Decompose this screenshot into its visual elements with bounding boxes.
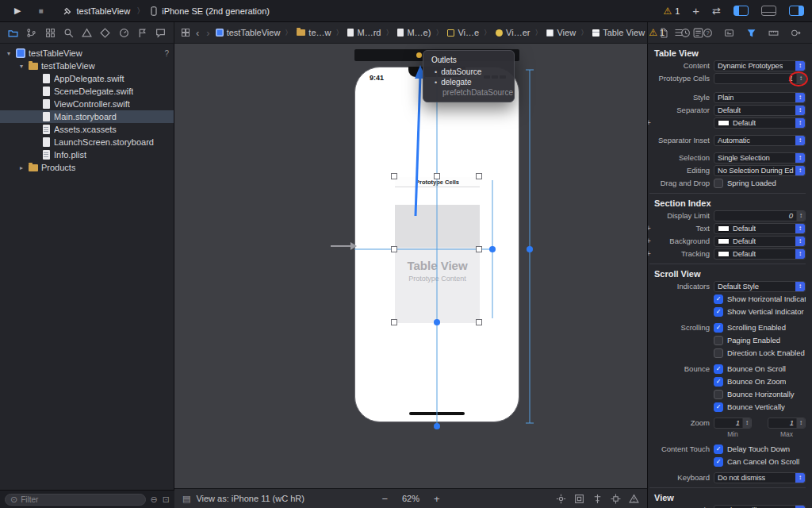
breadcrumb-group[interactable]: te…w	[297, 28, 331, 37]
add-constraints-icon[interactable]	[611, 494, 621, 504]
tree-row-file[interactable]: ViewController.swift	[0, 98, 174, 110]
quick-help-inspector-icon[interactable]: ?	[703, 28, 713, 38]
filter-input[interactable]: ⊙ Filter	[5, 494, 146, 506]
tree-row-file[interactable]: AppDelegate.swift	[0, 72, 174, 85]
show-vertical-indicator-checkbox[interactable]	[714, 307, 723, 317]
storyboard-canvas[interactable]: 9:41 Prototype Cells Table View Prototyp…	[174, 44, 647, 488]
update-frames-icon[interactable]	[556, 494, 566, 504]
display-limit-stepper[interactable]: 0	[714, 210, 806, 221]
breadcrumb-view-controller[interactable]: Vi…er	[496, 28, 530, 37]
outlet-item-prefetchdatasource[interactable]: prefetchDataSource	[423, 87, 514, 98]
content-dropdown[interactable]: Dynamic Prototypes	[714, 60, 806, 71]
prototype-cells-stepper[interactable]: 1	[714, 73, 806, 84]
outlet-item-datasource[interactable]: • dataSource	[423, 67, 514, 77]
issue-navigator-icon[interactable]	[82, 28, 92, 38]
attributes-inspector-icon[interactable]	[746, 28, 756, 38]
paging-enabled-checkbox[interactable]	[714, 336, 723, 345]
file-inspector-icon[interactable]	[659, 28, 668, 38]
editor-options-icon[interactable]: ⇄	[712, 5, 721, 17]
tree-row-products[interactable]: ▸ Products	[0, 161, 174, 174]
keyboard-dropdown[interactable]: Do not dismiss	[714, 472, 806, 483]
recent-files-filter-icon[interactable]: ⊖	[151, 495, 158, 504]
disclosure-chevron-icon[interactable]: ▾	[17, 63, 25, 70]
breakpoint-navigator-icon[interactable]	[137, 28, 147, 38]
stop-button[interactable]: ■	[38, 6, 43, 15]
bounce-horizontally-checkbox[interactable]	[714, 390, 723, 399]
test-navigator-icon[interactable]	[100, 28, 110, 38]
disclosure-chevron-icon[interactable]: ▾	[5, 50, 13, 57]
zoom-in-button[interactable]: +	[434, 493, 440, 505]
find-navigator-icon[interactable]	[63, 28, 74, 38]
breadcrumb-table-view[interactable]: Table View	[592, 28, 645, 37]
zoom-max-field[interactable]: 1	[768, 418, 806, 429]
separator-dropdown[interactable]: Default	[714, 105, 806, 116]
warning-counter[interactable]: ⚠ 1	[663, 6, 680, 16]
content-mode-dropdown[interactable]: Scale To Fill	[714, 505, 806, 508]
align-icon[interactable]	[592, 494, 603, 504]
zoom-level[interactable]: 62%	[402, 494, 419, 503]
background-color-well[interactable]: Default	[714, 236, 806, 247]
breadcrumb-scene[interactable]: Vi…e	[447, 28, 479, 37]
can-cancel-on-scroll-checkbox[interactable]	[714, 457, 723, 467]
spring-loaded-checkbox[interactable]	[714, 179, 723, 188]
outlet-item-delegate[interactable]: • delegate	[423, 77, 514, 87]
tree-row-file[interactable]: Info.plist	[0, 148, 174, 161]
forward-button[interactable]: ›	[205, 27, 211, 39]
source-control-filter-icon[interactable]: ⊡	[163, 495, 170, 504]
resolve-layout-issues-icon[interactable]	[629, 494, 639, 504]
bounce-on-zoom-checkbox[interactable]	[714, 377, 723, 387]
text-color-well[interactable]: Default	[714, 223, 806, 234]
breadcrumb-storyboard[interactable]: M…rd	[347, 28, 381, 37]
toggle-navigator-button[interactable]	[733, 6, 749, 16]
disclosure-chevron-icon[interactable]: ▸	[17, 164, 25, 171]
related-items-icon[interactable]	[181, 28, 190, 37]
connections-inspector-icon[interactable]	[791, 28, 801, 38]
tree-row-group[interactable]: ▾ testTableView	[0, 60, 174, 72]
direction-lock-checkbox[interactable]	[714, 348, 723, 358]
library-add-button[interactable]: +	[692, 4, 699, 17]
toggle-inspector-button[interactable]	[789, 6, 804, 16]
show-horizontal-indicator-checkbox[interactable]	[714, 294, 723, 304]
style-dropdown[interactable]: Plain	[714, 92, 806, 103]
separator-color-well[interactable]: Default	[714, 117, 806, 129]
zoom-out-button[interactable]: −	[381, 493, 388, 505]
history-inspector-icon[interactable]	[680, 28, 691, 38]
delay-touch-down-checkbox[interactable]	[714, 444, 723, 454]
view-as-control[interactable]: ▤ View as: iPhone 11 (wC hR)	[182, 494, 304, 504]
device-view-controller[interactable]: 9:41 Prototype Cells Table View Prototyp…	[354, 67, 519, 422]
tree-row-file[interactable]: LaunchScreen.storyboard	[0, 136, 174, 148]
identity-inspector-icon[interactable]	[724, 28, 734, 38]
separator-inset-dropdown[interactable]: Automatic	[714, 135, 806, 146]
zoom-min-field[interactable]: 1	[714, 418, 752, 429]
embed-in-icon[interactable]	[574, 494, 584, 504]
add-variation-button[interactable]: +	[647, 237, 653, 245]
back-button[interactable]: ‹	[194, 27, 201, 39]
add-variation-button[interactable]: +	[647, 118, 653, 127]
indicators-dropdown[interactable]: Default Style	[714, 281, 806, 292]
scrolling-enabled-checkbox[interactable]	[714, 323, 723, 333]
tree-row-file-selected[interactable]: Main.storyboard	[0, 110, 174, 123]
bounce-vertically-checkbox[interactable]	[714, 402, 723, 412]
add-variation-button[interactable]: +	[647, 224, 653, 233]
size-inspector-icon[interactable]	[768, 28, 779, 38]
report-navigator-icon[interactable]	[155, 28, 166, 38]
breadcrumb-storyboard-base[interactable]: M…e)	[397, 28, 431, 37]
selection-dropdown[interactable]: Single Selection	[714, 152, 806, 164]
symbol-navigator-icon[interactable]	[45, 28, 56, 38]
editing-dropdown[interactable]: No Selection During Editing	[714, 165, 806, 176]
run-button[interactable]: ▶	[14, 6, 21, 16]
tree-row-project[interactable]: ▾ testTableView ?	[0, 47, 174, 60]
scheme-selector[interactable]: testTableView 〉 iPhone SE (2nd generatio…	[63, 6, 270, 17]
tree-row-file[interactable]: SceneDelegate.swift	[0, 85, 174, 98]
debug-navigator-icon[interactable]	[119, 28, 129, 38]
bounce-on-scroll-checkbox[interactable]	[714, 364, 723, 374]
project-navigator-icon[interactable]	[8, 28, 18, 38]
view-controller-dock-icon[interactable]	[416, 52, 422, 58]
breadcrumb-project[interactable]: testTableView	[216, 28, 281, 37]
prototype-cell[interactable]	[395, 205, 480, 248]
toggle-debug-area-button[interactable]	[761, 6, 776, 16]
tree-row-file[interactable]: Assets.xcassets	[0, 123, 174, 136]
source-control-navigator-icon[interactable]	[26, 28, 36, 38]
breadcrumb-view[interactable]: View	[546, 28, 576, 37]
table-view[interactable]: Prototype Cells Table View Prototype Con…	[395, 177, 480, 323]
